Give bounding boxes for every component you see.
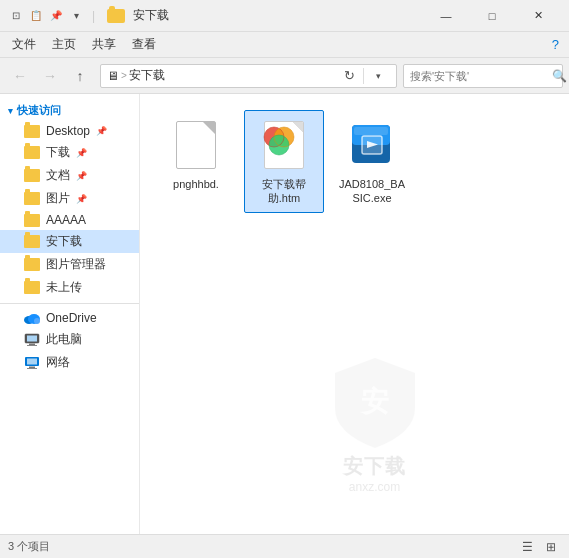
search-input[interactable]: [410, 70, 548, 82]
forward-button[interactable]: →: [36, 62, 64, 90]
menu-view[interactable]: 查看: [124, 34, 164, 55]
pin-icon: 📌: [48, 8, 64, 24]
sidebar-item-network[interactable]: 网络: [0, 351, 139, 374]
watermark-text: 安下载: [343, 453, 406, 480]
sidebar-network-label: 网络: [46, 354, 70, 371]
cloud-section: OneDrive 此电脑 网络: [0, 308, 139, 374]
sidebar-divider: [0, 303, 139, 304]
file-area: 安 安下载 anxz.com pnghhbd.: [140, 94, 569, 534]
file-item-htm[interactable]: 安下载帮助.htm: [244, 110, 324, 213]
window-icon-small: ⊡: [8, 8, 24, 24]
view-grid-button[interactable]: ⊞: [541, 538, 561, 556]
folder-icon: [24, 169, 40, 182]
status-bar: 3 个项目 ☰ ⊞: [0, 534, 569, 558]
svg-rect-6: [27, 345, 37, 346]
close-button[interactable]: ✕: [515, 0, 561, 32]
address-bar[interactable]: 🖥 > 安下载 ↻ ▾: [100, 64, 397, 88]
sidebar-item-label: Desktop: [46, 124, 90, 138]
maximize-button[interactable]: □: [469, 0, 515, 32]
search-box[interactable]: 🔍: [403, 64, 563, 88]
menu-file[interactable]: 文件: [4, 34, 44, 55]
pin-icon: 📌: [96, 126, 107, 136]
back-button[interactable]: ←: [6, 62, 34, 90]
dropdown-address-button[interactable]: ▾: [366, 64, 390, 88]
pin-icon: 📌: [76, 171, 87, 181]
pin-icon: 📌: [76, 148, 87, 158]
file-icon-htm: [260, 117, 308, 173]
sidebar-item-picmanager[interactable]: 图片管理器: [0, 253, 139, 276]
title-bar-icons: ⊡ 📋 📌 ▾ |: [8, 8, 129, 24]
onedrive-icon: [24, 312, 40, 324]
up-button[interactable]: ↑: [66, 62, 94, 90]
sidebar-item-unuploaded[interactable]: 未上传: [0, 276, 139, 299]
menu-share[interactable]: 共享: [84, 34, 124, 55]
minimize-button[interactable]: —: [423, 0, 469, 32]
exe-icon-svg: [348, 121, 396, 169]
item-count: 3 个项目: [8, 539, 50, 554]
menu-bar: 文件 主页 共享 查看 ?: [0, 32, 569, 58]
sidebar-item-thispc[interactable]: 此电脑: [0, 328, 139, 351]
sidebar-item-downloads[interactable]: 下载 📌: [0, 141, 139, 164]
sidebar-item-label: 安下载: [46, 233, 82, 250]
generic-file-shape: [176, 121, 216, 169]
watermark-subtext: anxz.com: [349, 480, 400, 494]
colorful-circles-svg: [260, 123, 304, 167]
view-list-button[interactable]: ☰: [517, 538, 537, 556]
sidebar-item-label: 下载: [46, 144, 70, 161]
svg-rect-9: [29, 366, 35, 368]
title-bar: ⊡ 📋 📌 ▾ | 安下载 — □ ✕: [0, 0, 569, 32]
sidebar-item-label: 图片: [46, 190, 70, 207]
quickaccess-header[interactable]: 快速访问: [0, 100, 139, 121]
sidebar-item-label: 图片管理器: [46, 256, 106, 273]
watermark: 安 安下载 anxz.com: [325, 353, 425, 494]
sidebar-item-anzaixia[interactable]: 安下载: [0, 230, 139, 253]
sidebar-item-pictures[interactable]: 图片 📌: [0, 187, 139, 210]
file-item-exe[interactable]: JAD8108_BASIC.exe: [332, 110, 412, 213]
search-icon[interactable]: 🔍: [552, 69, 567, 83]
refresh-button[interactable]: ↻: [337, 64, 361, 88]
svg-point-2: [34, 318, 40, 324]
sidebar-item-desktop[interactable]: Desktop 📌: [0, 121, 139, 141]
folder-icon: [24, 235, 40, 248]
sidebar-pc-label: 此电脑: [46, 331, 82, 348]
quickaccess-section: 快速访问 Desktop 📌 下载 📌 文档 📌 图片 📌: [0, 100, 139, 299]
folder-icon: [24, 214, 40, 227]
window-title: 安下载: [133, 7, 423, 24]
file-grid: pnghhbd.: [156, 110, 553, 213]
folder-icon: [24, 146, 40, 159]
sidebar-item-aaaaa[interactable]: AAAAA: [0, 210, 139, 230]
colorful-file-icon: [260, 119, 308, 171]
sidebar-onedrive-label: OneDrive: [46, 311, 97, 325]
main-area: 快速访问 Desktop 📌 下载 📌 文档 📌 图片 📌: [0, 94, 569, 534]
svg-rect-8: [27, 358, 37, 364]
file-icon-generic: [172, 117, 220, 173]
file-item-pnghhbd[interactable]: pnghhbd.: [156, 110, 236, 213]
menu-home[interactable]: 主页: [44, 34, 84, 55]
folder-icon-title: [107, 9, 125, 23]
file-name: 安下载帮助.htm: [249, 177, 319, 206]
window-controls: — □ ✕: [423, 0, 561, 32]
sidebar-item-label: 文档: [46, 167, 70, 184]
toolbar: ← → ↑ 🖥 > 安下载 ↻ ▾ 🔍: [0, 58, 569, 94]
sidebar-item-label: 未上传: [46, 279, 82, 296]
folder-icon: [24, 281, 40, 294]
sidebar-item-label: AAAAA: [46, 213, 86, 227]
help-icon[interactable]: ?: [552, 37, 565, 52]
file-name: pnghhbd.: [173, 177, 219, 191]
sidebar-item-documents[interactable]: 文档 📌: [0, 164, 139, 187]
status-right: ☰ ⊞: [517, 538, 561, 556]
sidebar-item-onedrive[interactable]: OneDrive: [0, 308, 139, 328]
file-name: JAD8108_BASIC.exe: [337, 177, 407, 206]
svg-text:安: 安: [359, 385, 389, 417]
file-icon-exe: [348, 117, 396, 173]
exe-icon-wrap: [348, 121, 396, 169]
folder-icon: [24, 125, 40, 138]
quick-access-icon: 📋: [28, 8, 44, 24]
svg-rect-4: [27, 335, 37, 341]
network-icon: [24, 356, 40, 370]
sidebar: 快速访问 Desktop 📌 下载 📌 文档 📌 图片 📌: [0, 94, 140, 534]
svg-rect-10: [27, 368, 37, 369]
watermark-shield: 安: [325, 353, 425, 453]
dropdown-icon[interactable]: ▾: [68, 8, 84, 24]
pc-icon: [24, 333, 40, 347]
